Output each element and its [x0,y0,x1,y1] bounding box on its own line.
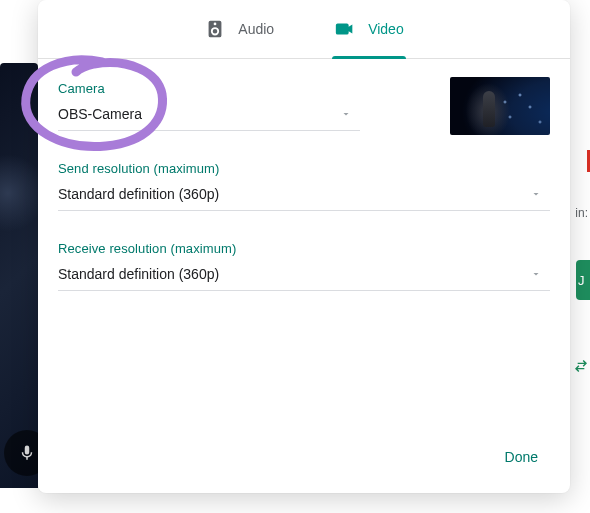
receive-resolution-value: Standard definition (360p) [58,266,219,282]
camera-preview-thumbnail [450,77,550,135]
speaker-icon [204,18,226,40]
field-camera: Camera OBS-Camera [58,81,550,131]
chevron-down-icon [334,108,358,120]
receive-resolution-label: Receive resolution (maximum) [58,241,550,256]
join-button-label-fragment: J [578,273,585,288]
camera-select-value: OBS-Camera [58,106,142,122]
tab-video[interactable]: Video [324,0,414,58]
done-button[interactable]: Done [495,441,548,473]
viewport: in: J Audio Video [0,0,590,513]
settings-body: Camera OBS-Camera Send resolution (maxim… [38,59,570,429]
send-resolution-select[interactable]: Standard definition (360p) [58,176,550,211]
tab-audio-label: Audio [238,21,274,37]
send-resolution-value: Standard definition (360p) [58,186,219,202]
tab-video-label: Video [368,21,404,37]
receive-resolution-select[interactable]: Standard definition (360p) [58,256,550,291]
tab-audio[interactable]: Audio [194,0,284,58]
chevron-down-icon [524,188,548,200]
swap-icon[interactable] [573,358,589,378]
video-camera-icon [334,18,356,40]
background-video-strip [0,63,38,488]
field-send-resolution: Send resolution (maximum) Standard defin… [58,161,550,211]
join-button-fragment[interactable]: J [576,260,590,300]
send-resolution-label: Send resolution (maximum) [58,161,550,176]
microphone-icon [18,444,36,462]
modal-actions: Done [38,429,570,493]
settings-modal: Audio Video Camera OBS-Camera [38,0,570,493]
field-receive-resolution: Receive resolution (maximum) Standard de… [58,241,550,291]
camera-select[interactable]: OBS-Camera [58,96,360,131]
background-pin-label-fragment: in: [575,206,588,220]
settings-tabs: Audio Video [38,0,570,59]
chevron-down-icon [524,268,548,280]
